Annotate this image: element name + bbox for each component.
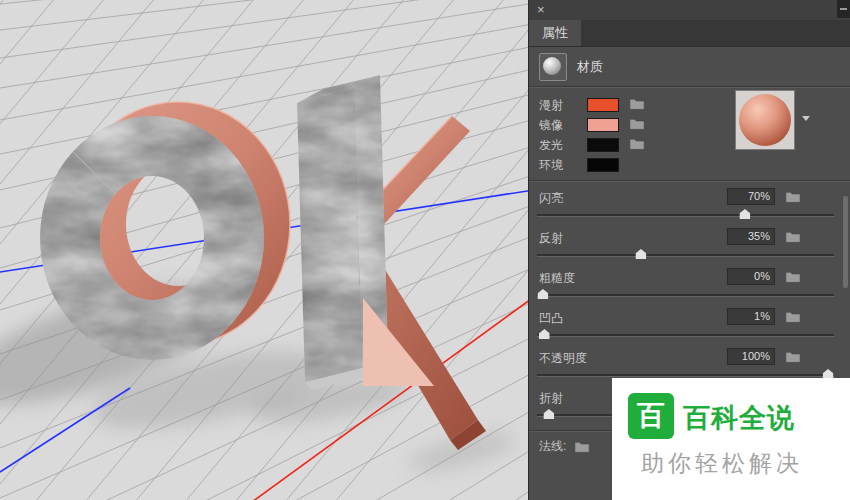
map-label: 镜像 — [539, 117, 563, 134]
watermark: 百 百科全说 助你轻松解决 — [612, 378, 850, 500]
material-sphere-icon[interactable] — [539, 53, 567, 81]
slider-shine: 闪亮 70% — [529, 188, 850, 228]
panel-scrollbar[interactable] — [843, 196, 848, 288]
map-row-ambient: 环境 — [529, 154, 850, 174]
slider-thumb[interactable] — [635, 249, 646, 259]
bump-texture-folder[interactable] — [785, 310, 801, 323]
map-row-diffuse: 漫射 — [529, 94, 850, 114]
folder-icon — [785, 190, 801, 203]
slider-label: 不透明度 — [539, 350, 587, 367]
divider — [529, 180, 850, 181]
watermark-title: 百科全说 — [683, 400, 795, 436]
slider-value-field[interactable]: 1% — [727, 308, 775, 325]
specular-texture-folder[interactable] — [629, 117, 645, 130]
illumination-texture-folder[interactable] — [629, 137, 645, 150]
divider — [529, 86, 850, 87]
slider-track[interactable] — [537, 214, 834, 216]
map-row-illumination: 发光 — [529, 134, 850, 154]
material-maps: 漫射 镜像 发光 — [529, 94, 850, 174]
slider-label: 粗糙度 — [539, 270, 575, 287]
slider-label: 闪亮 — [539, 190, 563, 207]
slider-label: 凹凸 — [539, 310, 563, 327]
map-label: 漫射 — [539, 97, 563, 114]
material-preview-sphere — [739, 94, 791, 146]
slider-track[interactable] — [537, 374, 834, 376]
opacity-texture-folder[interactable] — [785, 350, 801, 363]
dock-collapse-icon[interactable] — [837, 0, 850, 18]
slider-thumb[interactable] — [739, 209, 750, 219]
slider-track[interactable] — [537, 254, 834, 256]
folder-icon — [785, 230, 801, 243]
shine-texture-folder[interactable] — [785, 190, 801, 203]
normal-label: 法线: — [539, 438, 566, 455]
slider-bump: 凹凸 1% — [529, 308, 850, 348]
folder-icon — [785, 310, 801, 323]
slider-track[interactable] — [537, 334, 834, 336]
slider-track[interactable] — [537, 294, 834, 296]
slider-thumb[interactable] — [537, 289, 548, 299]
diffuse-color-swatch[interactable] — [587, 98, 619, 112]
reflection-texture-folder[interactable] — [785, 230, 801, 243]
slider-thumb[interactable] — [543, 409, 554, 419]
material-header-row: 材质 — [539, 52, 603, 82]
material-section-label: 材质 — [577, 58, 603, 76]
folder-icon — [574, 440, 590, 453]
close-icon[interactable]: × — [537, 2, 545, 18]
panel-tab-bar: 属性 — [529, 20, 850, 47]
illumination-color-swatch[interactable] — [587, 138, 619, 152]
map-label: 发光 — [539, 137, 563, 154]
slider-value-field[interactable]: 100% — [727, 348, 775, 365]
material-preview-chevron-icon[interactable] — [802, 116, 810, 121]
folder-icon — [629, 137, 645, 150]
slider-label: 折射 — [539, 390, 563, 407]
slider-roughness: 粗糙度 0% — [529, 268, 850, 308]
diffuse-texture-folder[interactable] — [629, 97, 645, 110]
watermark-logo: 百 — [628, 393, 674, 439]
folder-icon — [785, 350, 801, 363]
watermark-subtitle: 助你轻松解决 — [641, 448, 803, 479]
slider-label: 反射 — [539, 230, 563, 247]
ambient-color-swatch[interactable] — [587, 158, 619, 172]
normal-texture-folder[interactable] — [574, 440, 590, 453]
slider-thumb[interactable] — [539, 329, 550, 339]
panel-header: × — [529, 0, 850, 20]
folder-icon — [629, 97, 645, 110]
folder-icon — [629, 117, 645, 130]
tab-properties[interactable]: 属性 — [529, 20, 581, 46]
roughness-texture-folder[interactable] — [785, 270, 801, 283]
material-preview[interactable] — [735, 90, 795, 150]
map-label: 环境 — [539, 157, 563, 174]
photoshop-3d-workspace: × 属性 材质 漫射 镜像 — [0, 0, 850, 500]
normal-map-row: 法线: — [539, 438, 590, 455]
slider-value-field[interactable]: 0% — [727, 268, 775, 285]
slider-reflection: 反射 35% — [529, 228, 850, 268]
slider-value-field[interactable]: 35% — [727, 228, 775, 245]
folder-icon — [785, 270, 801, 283]
specular-color-swatch[interactable] — [587, 118, 619, 132]
slider-value-field[interactable]: 70% — [727, 188, 775, 205]
